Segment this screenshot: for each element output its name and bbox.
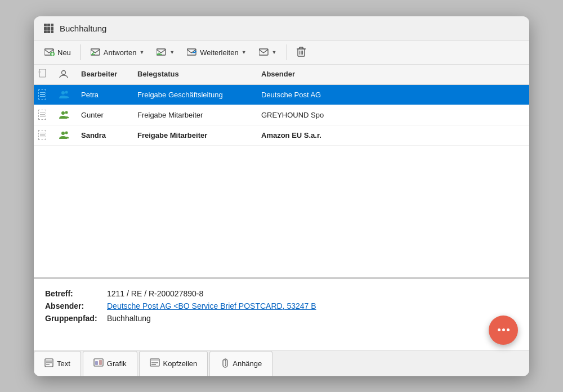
title-bar: Buchhaltung: [34, 16, 529, 41]
weiterleiten-label: Weiterleiten: [200, 48, 238, 57]
tab-grafik[interactable]: Grafik: [83, 351, 137, 376]
row1-people: [54, 88, 77, 101]
row1-bearbeiter: Petra: [77, 88, 133, 101]
window-title: Buchhaltung: [60, 24, 106, 33]
row2-people: [54, 108, 77, 121]
row2-doc: [34, 107, 54, 122]
gruppenpfad-value: Buchhaltung: [107, 314, 151, 323]
detail-betreff-row: Betreff: 1211 / RE / R-200027890-8: [45, 289, 518, 298]
absender-link[interactable]: Deutsche Post AG <BO Service Brief POSTC…: [107, 301, 316, 310]
row3-belegstatus: Freigabe Mitarbeiter: [133, 129, 257, 142]
row1-doc: [34, 87, 54, 102]
more-mail-icon: [259, 48, 269, 57]
toolbar: Neu Antworten ▼: [34, 41, 529, 65]
weiterleiten-icon: [187, 48, 197, 57]
chat-dots: [498, 328, 510, 331]
grafik-tab-icon: [93, 358, 104, 369]
row3-bearbeiter: Sandra: [77, 129, 133, 142]
row2-absender: GREYHOUND Spo: [257, 109, 529, 121]
col-person-icon: [54, 68, 77, 80]
table-row[interactable]: Gunter Freigabe Mitarbeiter GREYHOUND Sp…: [34, 105, 529, 125]
detail-gruppenpfad-row: Gruppenpfad: Buchhaltung: [45, 314, 518, 323]
antworten-icon: [91, 48, 101, 57]
row3-absender: Amazon EU S.a.r.: [257, 129, 529, 142]
svg-rect-9: [259, 49, 268, 55]
svg-point-24: [65, 111, 68, 114]
neu-button[interactable]: Neu: [39, 45, 76, 60]
row2-belegstatus: Freigabe Mitarbeiter: [133, 109, 257, 121]
row3-doc: [34, 128, 54, 142]
tab-anhaenge-label: Anhänge: [233, 359, 262, 368]
text-tab-icon: [44, 358, 53, 369]
tab-text[interactable]: Text: [34, 351, 81, 376]
col-bearbeiter: Bearbeiter: [77, 68, 133, 80]
row3-people: [54, 128, 77, 142]
row1-absender: Deutsche Post AG: [257, 88, 529, 101]
row2-bearbeiter: Gunter: [77, 109, 133, 121]
trash-icon: [297, 47, 306, 58]
tab-anhaenge[interactable]: Anhänge: [209, 351, 272, 376]
grid-icon: [43, 22, 54, 34]
table-row[interactable]: Petra Freigabe Geschäftsleitung Deutsche…: [34, 85, 529, 105]
delete-button[interactable]: [292, 44, 311, 61]
svg-rect-32: [95, 361, 98, 365]
svg-rect-35: [150, 359, 159, 361]
detail-panel: Betreff: 1211 / RE / R-200027890-8 Absen…: [34, 277, 529, 350]
svg-point-21: [61, 91, 65, 94]
reply-all-caret: ▼: [169, 49, 175, 55]
antworten-button[interactable]: Antworten ▼: [86, 45, 149, 60]
betreff-label: Betreff:: [45, 289, 107, 298]
more-button[interactable]: ▼: [254, 45, 282, 60]
antworten-caret: ▼: [139, 49, 144, 55]
kopfzeilen-tab-icon: [150, 358, 160, 369]
separator-1: [81, 44, 81, 60]
svg-point-25: [61, 132, 65, 135]
table-row[interactable]: Sandra Freigabe Mitarbeiter Amazon EU S.…: [34, 125, 529, 146]
tab-grafik-label: Grafik: [107, 359, 127, 368]
col-belegstatus: Belegstatus: [133, 68, 257, 80]
main-window: Buchhaltung Neu: [34, 16, 529, 376]
betreff-value: 1211 / RE / R-200027890-8: [107, 289, 203, 298]
anhaenge-tab-icon: [220, 358, 229, 370]
reply-all-button[interactable]: ▼: [151, 45, 180, 60]
neu-mail-icon: [44, 48, 55, 57]
neu-label: Neu: [57, 48, 71, 57]
absender-label: Absender:: [45, 301, 107, 310]
table-spacer: [34, 146, 529, 277]
more-caret: ▼: [272, 49, 277, 55]
weiterleiten-button[interactable]: Weiterleiten ▼: [182, 45, 251, 60]
svg-rect-33: [99, 360, 102, 365]
svg-point-26: [65, 132, 68, 134]
weiterleiten-caret: ▼: [242, 49, 247, 55]
svg-point-22: [65, 91, 68, 94]
col-checkbox: [34, 68, 54, 80]
tab-kopfzeilen[interactable]: Kopfzeilen: [139, 351, 208, 376]
tab-text-label: Text: [57, 359, 70, 368]
svg-rect-18: [39, 69, 46, 77]
table-area: Bearbeiter Belegstatus Absender: [34, 65, 529, 277]
svg-point-23: [61, 111, 65, 115]
bottom-tabs: Text Grafik Kopfzeilen: [34, 350, 529, 376]
tab-kopfzeilen-label: Kopfzeilen: [163, 359, 198, 368]
reply-all-icon: [157, 48, 167, 57]
gruppenpfad-label: Gruppenpfad:: [45, 314, 107, 323]
table-header: Bearbeiter Belegstatus Absender: [34, 65, 529, 85]
antworten-label: Antworten: [104, 48, 137, 57]
svg-point-20: [62, 70, 66, 74]
col-absender: Absender: [257, 68, 529, 80]
chat-fab-button[interactable]: [489, 316, 518, 345]
separator-2: [287, 44, 287, 60]
detail-absender-row: Absender: Deutsche Post AG <BO Service B…: [45, 301, 518, 310]
row1-belegstatus: Freigabe Geschäftsleitung: [133, 88, 257, 101]
